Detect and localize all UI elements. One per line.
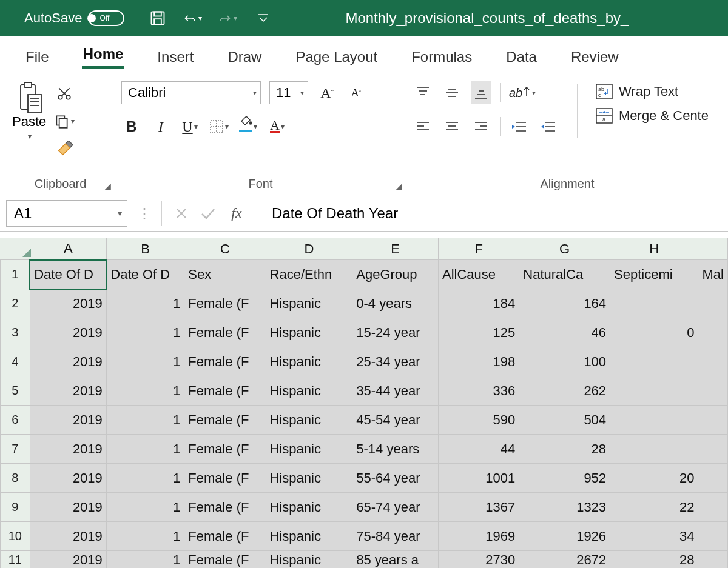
cell[interactable]: 164: [519, 289, 610, 318]
tab-formulas[interactable]: Formulas: [410, 48, 473, 69]
row-header[interactable]: 9: [1, 493, 30, 522]
cell[interactable]: Hispanic: [266, 522, 352, 551]
align-middle-button[interactable]: [442, 81, 462, 104]
tab-draw[interactable]: Draw: [226, 48, 263, 69]
format-painter-button[interactable]: [52, 138, 76, 160]
bold-button[interactable]: B: [121, 115, 142, 138]
cell[interactable]: Hispanic: [266, 318, 352, 347]
cell[interactable]: Female (F: [184, 289, 266, 318]
cell[interactable]: Hispanic: [266, 435, 352, 464]
cell[interactable]: Female (F: [184, 347, 266, 376]
row-header[interactable]: 2: [1, 289, 30, 318]
cell[interactable]: 2019: [30, 289, 106, 318]
font-name-combo[interactable]: Calibri▾: [121, 81, 261, 104]
align-right-button[interactable]: [471, 115, 491, 138]
cell[interactable]: Female (F: [184, 376, 266, 406]
cell[interactable]: 46: [519, 318, 610, 347]
cell[interactable]: 2019: [30, 522, 106, 551]
cell[interactable]: 34: [610, 522, 698, 551]
cell[interactable]: 100: [519, 347, 610, 376]
cell[interactable]: 2730: [438, 551, 519, 569]
cell[interactable]: Sex: [184, 260, 266, 289]
row-header[interactable]: 11: [1, 551, 30, 569]
increase-font-button[interactable]: Aˆ: [317, 81, 337, 104]
row-header[interactable]: 5: [1, 376, 30, 406]
merge-center-button[interactable]: a Merge & Cente: [596, 108, 709, 124]
cell[interactable]: [698, 406, 728, 435]
cell[interactable]: AgeGroup: [352, 260, 439, 289]
qat-customize-icon[interactable]: [254, 9, 272, 27]
cell[interactable]: [610, 376, 698, 406]
cell[interactable]: Female (F: [184, 406, 266, 435]
cell[interactable]: 504: [519, 406, 610, 435]
cell[interactable]: 2019: [30, 493, 106, 522]
cell[interactable]: Female (F: [184, 493, 266, 522]
cell[interactable]: [698, 318, 728, 347]
cell[interactable]: 28: [610, 551, 698, 569]
chevron-down-icon[interactable]: ▾: [28, 132, 32, 141]
cell[interactable]: 1: [106, 406, 184, 435]
copy-button[interactable]: ▾: [52, 110, 76, 132]
fill-color-button[interactable]: ▾: [238, 115, 258, 138]
cell[interactable]: 952: [519, 464, 610, 493]
cell[interactable]: 0: [610, 318, 698, 347]
cell[interactable]: 1969: [438, 522, 519, 551]
cell[interactable]: 2019: [30, 435, 106, 464]
italic-button[interactable]: I: [150, 115, 171, 138]
cell[interactable]: 1: [106, 435, 184, 464]
cell[interactable]: 1926: [519, 522, 610, 551]
cell[interactable]: 1001: [438, 464, 519, 493]
cell[interactable]: [698, 551, 728, 569]
column-header[interactable]: H: [610, 238, 698, 260]
underline-button[interactable]: U▾: [180, 115, 200, 138]
cell[interactable]: [698, 435, 728, 464]
cell[interactable]: Hispanic: [266, 347, 352, 376]
cell[interactable]: [698, 464, 728, 493]
column-header[interactable]: A: [30, 238, 106, 260]
cell[interactable]: 590: [438, 406, 519, 435]
cell[interactable]: Hispanic: [266, 551, 352, 569]
cell[interactable]: 2019: [30, 464, 106, 493]
cell[interactable]: 184: [438, 289, 519, 318]
cell[interactable]: [698, 376, 728, 406]
name-box-resize-handle[interactable]: ⋮: [133, 205, 155, 222]
cell[interactable]: 125: [438, 318, 519, 347]
select-all-cell[interactable]: [0, 238, 33, 259]
cell[interactable]: 1: [106, 493, 184, 522]
cell[interactable]: 2019: [30, 318, 106, 347]
cell[interactable]: 85 years a: [352, 551, 439, 569]
cell[interactable]: 1: [106, 551, 184, 569]
worksheet-grid[interactable]: ABCDEFGH1Date Of DDate Of DSexRace/EthnA…: [0, 238, 728, 568]
cell[interactable]: Date Of D: [30, 260, 106, 289]
cell[interactable]: 28: [519, 435, 610, 464]
column-header[interactable]: G: [519, 238, 610, 260]
row-header[interactable]: 7: [1, 435, 30, 464]
cell[interactable]: 2019: [30, 347, 106, 376]
column-header[interactable]: C: [184, 238, 266, 260]
font-size-combo[interactable]: 11▾: [269, 81, 308, 104]
tab-review[interactable]: Review: [570, 48, 620, 69]
orientation-button[interactable]: ab▾: [509, 81, 536, 104]
decrease-font-button[interactable]: Aˇ: [346, 81, 366, 104]
cell[interactable]: Female (F: [184, 551, 266, 569]
row-header[interactable]: 3: [1, 318, 30, 347]
cut-button[interactable]: [52, 82, 76, 104]
cell[interactable]: 75-84 year: [352, 522, 439, 551]
cell[interactable]: 1367: [438, 493, 519, 522]
borders-button[interactable]: ▾: [209, 115, 229, 138]
name-box[interactable]: A1▾: [6, 200, 127, 227]
cell[interactable]: Mal: [698, 260, 728, 289]
undo-button[interactable]: ▾: [184, 9, 202, 27]
cell[interactable]: 25-34 year: [352, 347, 439, 376]
formula-input[interactable]: [265, 200, 728, 227]
cell[interactable]: Date Of D: [106, 260, 184, 289]
cell[interactable]: 0-4 years: [352, 289, 439, 318]
cell[interactable]: 22: [610, 493, 698, 522]
insert-function-button[interactable]: fx: [221, 205, 252, 221]
row-header[interactable]: 6: [1, 406, 30, 435]
cell[interactable]: Hispanic: [266, 464, 352, 493]
align-center-button[interactable]: [442, 115, 462, 138]
tab-home[interactable]: Home: [82, 45, 125, 69]
autosave-toggle[interactable]: AutoSave Off: [24, 10, 124, 26]
toggle-switch[interactable]: Off: [88, 10, 124, 26]
